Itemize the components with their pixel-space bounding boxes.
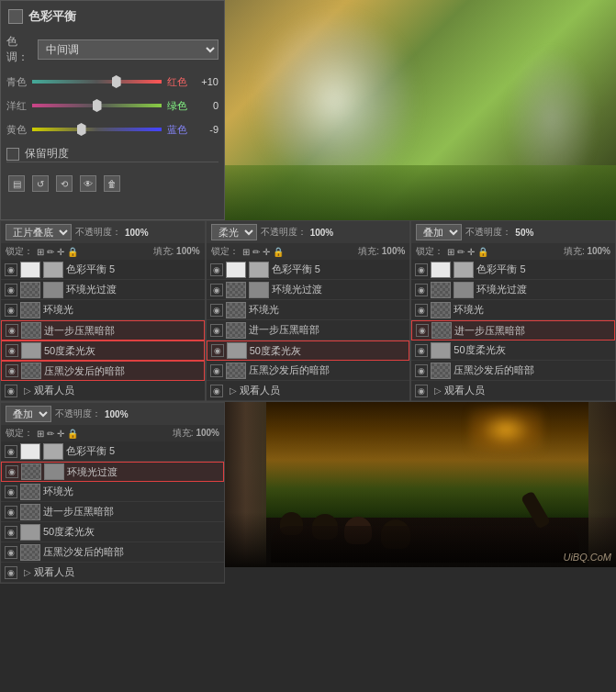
layer-item[interactable]: ◉ ▷ 观看人员: [1, 381, 205, 401]
yellow-blue-slider[interactable]: [32, 120, 162, 139]
layer-item[interactable]: ◉ 环境光: [1, 300, 205, 320]
layer-item-highlighted[interactable]: ◉ 进一步压黑暗部: [1, 320, 205, 340]
lock-brush[interactable]: ✏: [47, 247, 54, 257]
trash-icon[interactable]: 🗑: [104, 175, 120, 192]
layer-eye[interactable]: ◉: [5, 486, 17, 498]
layer-mask-thumb: [43, 282, 63, 298]
layer-eye[interactable]: ◉: [6, 465, 18, 478]
lock-all[interactable]: 🔒: [477, 247, 488, 257]
layer-eye[interactable]: ◉: [5, 445, 17, 458]
layer-eye[interactable]: ◉: [5, 526, 17, 539]
layer-eye[interactable]: ◉: [5, 385, 17, 397]
layer-eye[interactable]: ◉: [211, 344, 224, 357]
group-arrow: ▷: [230, 385, 237, 396]
layer-eye[interactable]: ◉: [210, 304, 223, 317]
layer-name: 压黑沙发后的暗部: [44, 364, 200, 378]
lock-move[interactable]: ✛: [57, 247, 64, 257]
layer-eye[interactable]: ◉: [5, 284, 17, 296]
layer-eye[interactable]: ◉: [6, 344, 18, 357]
watermark: UiBQ.CoM: [563, 552, 611, 563]
rotate-icon[interactable]: ↺: [32, 175, 49, 192]
layer-item[interactable]: ◉ 50度柔光灰: [411, 340, 615, 361]
layer-eye[interactable]: ◉: [5, 304, 17, 317]
layer-eye[interactable]: ◉: [5, 546, 17, 559]
magenta-green-slider[interactable]: [32, 96, 162, 115]
layer-eye[interactable]: ◉: [210, 364, 223, 377]
layer-item[interactable]: ◉ 环境光过渡: [1, 280, 205, 300]
slider-track-2: [32, 104, 162, 107]
lock-all[interactable]: 🔒: [67, 247, 78, 257]
layer-eye[interactable]: ◉: [5, 506, 17, 519]
slider-thumb-3[interactable]: [77, 123, 86, 136]
layer-item[interactable]: ◉ 色彩平衡 5: [411, 260, 615, 280]
lock-all[interactable]: 🔒: [67, 429, 78, 439]
layer-eye[interactable]: ◉: [210, 324, 223, 337]
lock-move[interactable]: ✛: [57, 429, 64, 439]
layer-eye[interactable]: ◉: [210, 263, 223, 276]
layer-eye[interactable]: ◉: [6, 324, 18, 337]
layer-item[interactable]: ◉ 环境光过渡: [411, 280, 615, 300]
bottom-mode-select[interactable]: 叠加: [6, 406, 51, 422]
layer-item[interactable]: ◉ 环境光过渡: [207, 280, 410, 300]
layer-eye[interactable]: ◉: [415, 344, 428, 357]
layer-eye[interactable]: ◉: [415, 364, 428, 377]
layer-item-highlighted[interactable]: ◉ 压黑沙发后的暗部: [1, 361, 205, 381]
panel3-mode-select[interactable]: 叠加: [416, 224, 462, 240]
preserve-checkbox[interactable]: [6, 148, 19, 161]
lock-checkerboard[interactable]: ⊞: [242, 247, 250, 257]
history-icon[interactable]: ⟲: [56, 175, 73, 192]
layer-eye[interactable]: ◉: [5, 566, 17, 579]
layer-item[interactable]: ◉ 进一步压黑暗部: [207, 320, 410, 340]
layer-eye[interactable]: ◉: [6, 364, 18, 377]
layer-eye[interactable]: ◉: [210, 385, 223, 397]
layer-eye[interactable]: ◉: [5, 263, 17, 276]
layer-item-highlighted[interactable]: ◉ 50度柔光灰: [1, 340, 205, 361]
layer-eye[interactable]: ◉: [415, 304, 428, 317]
lock-move[interactable]: ✛: [467, 247, 475, 257]
layer-item[interactable]: ◉ 进一步压黑暗部: [1, 502, 224, 522]
layer-name: 50度柔光灰: [43, 525, 220, 539]
panel1-mode-select[interactable]: 正片叠底: [6, 224, 72, 240]
layer-item[interactable]: ◉ 色彩平衡 5: [1, 441, 224, 462]
layer-item[interactable]: ◉ 环境光: [207, 300, 410, 320]
layer-item[interactable]: ◉ ▷ 观看人员: [1, 563, 224, 583]
lock-checkerboard[interactable]: ⊞: [37, 247, 44, 257]
lock-move[interactable]: ✛: [263, 247, 270, 257]
layers-icon[interactable]: ▤: [8, 175, 25, 192]
layer-item[interactable]: ◉ ▷ 观看人员: [411, 381, 615, 401]
eye-icon[interactable]: 👁: [80, 175, 96, 192]
layer-mask-thumb: [454, 282, 474, 298]
layer-item[interactable]: ◉ ▷ 观看人员: [207, 381, 410, 401]
lock-all[interactable]: 🔒: [273, 247, 284, 257]
lock-brush[interactable]: ✏: [457, 247, 465, 257]
lock-checkerboard[interactable]: ⊞: [447, 247, 454, 257]
layer-item[interactable]: ◉ 压黑沙发后的暗部: [411, 361, 615, 381]
layer-item[interactable]: ◉ 色彩平衡 5: [1, 260, 205, 280]
slider-thumb-1[interactable]: [112, 75, 121, 88]
panel2-opacity-label: 不透明度：: [261, 226, 307, 239]
layer-item-highlighted[interactable]: ◉ 环境光过渡: [1, 462, 224, 482]
layer-eye[interactable]: ◉: [415, 385, 428, 397]
layer-name: 环境光过渡: [272, 283, 407, 296]
layer-eye[interactable]: ◉: [415, 284, 428, 296]
panel2-mode-select[interactable]: 柔光: [211, 224, 257, 240]
layer-item-highlighted[interactable]: ◉ 50度柔光灰: [207, 340, 410, 361]
lock-checkerboard[interactable]: ⊞: [37, 429, 44, 439]
lock-brush[interactable]: ✏: [252, 247, 260, 257]
layer-item[interactable]: ◉ 50度柔光灰: [1, 522, 224, 542]
cyan-red-slider[interactable]: [32, 73, 162, 91]
photo-background: [225, 0, 616, 220]
tone-select[interactable]: 中间调: [38, 39, 218, 60]
layer-item[interactable]: ◉ 环境光: [411, 300, 615, 320]
layer-item[interactable]: ◉ 压黑沙发后的暗部: [207, 361, 410, 381]
layer-thumb: [20, 524, 40, 541]
layer-eye[interactable]: ◉: [415, 263, 428, 276]
layer-item[interactable]: ◉ 环境光: [1, 482, 224, 502]
layer-item-highlighted[interactable]: ◉ 进一步压黑暗部: [411, 320, 615, 340]
layer-eye[interactable]: ◉: [210, 284, 223, 296]
lock-brush[interactable]: ✏: [47, 429, 54, 439]
layer-item[interactable]: ◉ 色彩平衡 5: [207, 260, 410, 280]
layer-eye[interactable]: ◉: [416, 324, 429, 337]
slider-thumb-2[interactable]: [93, 99, 102, 112]
layer-item[interactable]: ◉ 压黑沙发后的暗部: [1, 542, 224, 563]
